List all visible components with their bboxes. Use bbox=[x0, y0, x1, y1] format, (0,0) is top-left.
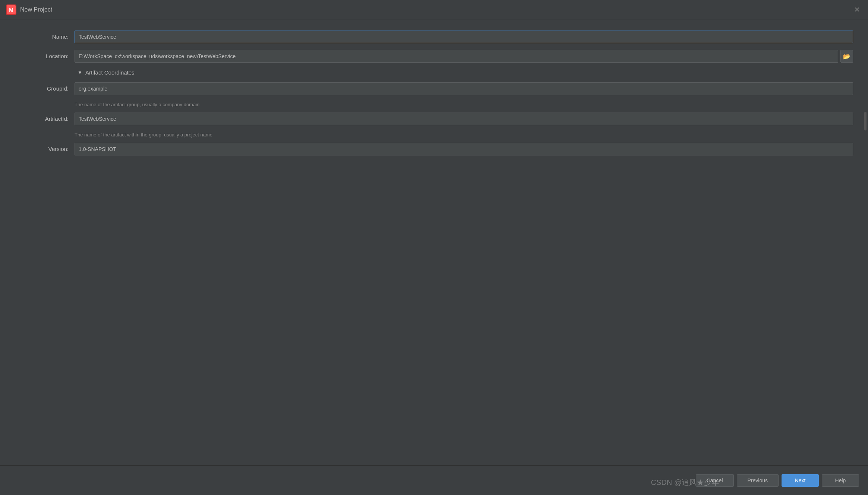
new-project-dialog: M New Project ✕ Name: Location: 📂 bbox=[0, 0, 868, 495]
dialog-content: Name: Location: 📂 ▼ Artifact Coordinates bbox=[0, 19, 868, 465]
artifactid-row: ArtifactId: bbox=[15, 113, 853, 125]
next-button[interactable]: Next bbox=[782, 474, 819, 487]
previous-button[interactable]: Previous bbox=[737, 474, 779, 487]
groupid-input[interactable] bbox=[75, 82, 853, 95]
name-label: Name: bbox=[15, 31, 75, 40]
location-label: Location: bbox=[15, 50, 75, 59]
artifact-section: ▼ Artifact Coordinates GroupId: The name… bbox=[15, 69, 853, 155]
section-title: Artifact Coordinates bbox=[85, 69, 135, 76]
location-row: Location: 📂 bbox=[15, 50, 853, 63]
version-row: Version: bbox=[15, 143, 853, 155]
scrollbar-thumb[interactable] bbox=[864, 112, 867, 130]
location-field-container: 📂 bbox=[75, 50, 853, 63]
groupid-row: GroupId: bbox=[15, 82, 853, 95]
artifactid-input[interactable] bbox=[75, 113, 853, 125]
dialog-footer: Cancel Previous Next Help bbox=[0, 465, 868, 495]
browse-button[interactable]: 📂 bbox=[840, 50, 853, 63]
title-bar: M New Project ✕ bbox=[0, 0, 868, 19]
folder-icon: 📂 bbox=[843, 53, 850, 60]
dialog-title: New Project bbox=[20, 6, 52, 13]
close-button[interactable]: ✕ bbox=[852, 4, 862, 15]
artifactid-hint: The name of the artifact within the grou… bbox=[15, 132, 853, 138]
app-icon: M bbox=[6, 4, 16, 15]
artifactid-label: ArtifactId: bbox=[15, 113, 75, 122]
watermark: CSDN @追风★少年 bbox=[651, 477, 719, 488]
svg-text:M: M bbox=[9, 7, 13, 13]
name-input[interactable] bbox=[75, 31, 853, 43]
section-header: ▼ Artifact Coordinates bbox=[15, 69, 853, 76]
name-row: Name: bbox=[15, 31, 853, 43]
version-label: Version: bbox=[15, 143, 75, 152]
location-input[interactable] bbox=[75, 50, 838, 63]
groupid-label: GroupId: bbox=[15, 82, 75, 92]
title-bar-left: M New Project bbox=[6, 4, 52, 15]
groupid-hint: The name of the artifact group, usually … bbox=[15, 102, 853, 107]
section-toggle-icon[interactable]: ▼ bbox=[78, 70, 82, 75]
help-button[interactable]: Help bbox=[822, 474, 859, 487]
version-input[interactable] bbox=[75, 143, 853, 155]
